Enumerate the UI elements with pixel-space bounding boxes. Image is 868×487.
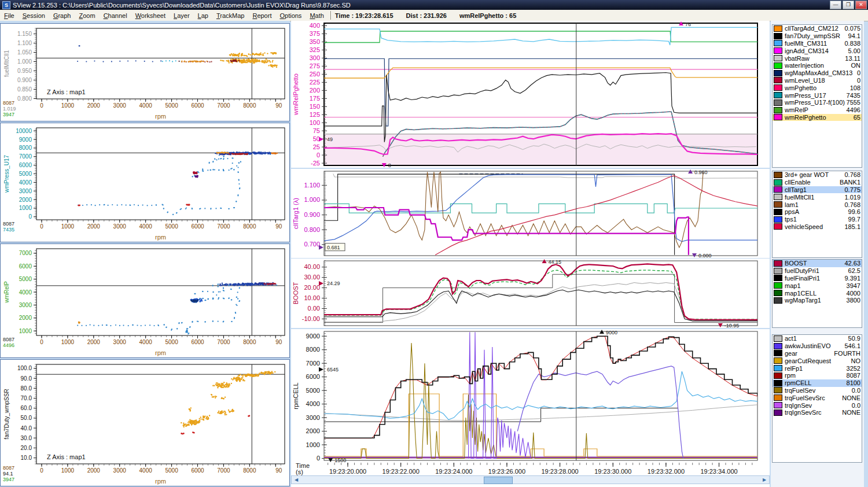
channel-list-column: cllTargAdd_CM2120.075fan7Duty_wmpSSR94.1… <box>771 21 864 487</box>
scatter-panel-wmPress_U17[interactable]: 01000200030004000500060007000800090rpm01… <box>0 123 290 242</box>
menu-options[interactable]: Options <box>275 11 306 20</box>
channel-panel-3: BOOST42.63fuelDutyPri162.5fuelFinalPri19… <box>772 259 862 328</box>
scatter-plot-wmPress_U17[interactable]: 01000200030004000500060007000800090rpm01… <box>1 123 289 242</box>
channel-row-waterInjection[interactable]: waterInjectionON <box>773 62 862 69</box>
cursor-corner-value: 7435 <box>3 227 14 233</box>
channel-row-vehicleSpeed[interactable]: vehicleSpeed185.1 <box>773 223 862 231</box>
channel-row-wmPress_U17[interactable]: wmPress_U177435 <box>773 91 862 99</box>
channel-name: fuelMlt_CM311 <box>785 40 844 47</box>
channel-name: relFp1 <box>785 365 847 372</box>
channel-row-fuelDutyPri1[interactable]: fuelDutyPri162.5 <box>773 267 862 275</box>
y-tick-label: 2000 <box>19 197 32 203</box>
channel-row-relFp1[interactable]: relFp13252 <box>773 364 862 372</box>
channel-row-act1[interactable]: act150.9 <box>773 335 862 342</box>
channel-value: 1.019 <box>844 194 860 201</box>
series-fuelMlt_CM311 <box>324 27 757 45</box>
channel-row-trqIgnSevSrc[interactable]: trqIgnSevSrcNONE <box>773 409 862 416</box>
channel-row-fan7Duty_wmpSSR[interactable]: fan7Duty_wmpSSR94.1 <box>773 32 862 40</box>
menu-math[interactable]: Math <box>306 11 328 20</box>
scatter-panel-fuelMltCll1[interactable]: 01000200030004000500060007000800090rpm0.… <box>0 23 290 121</box>
minimize-button[interactable]: — <box>830 1 841 9</box>
channel-name: rpm <box>785 372 847 379</box>
channel-row-lam1[interactable]: lam10.768 <box>773 201 862 208</box>
channel-row-cllEnable[interactable]: cllEnableBANK1 <box>773 179 862 186</box>
title-bar[interactable]: S SView 2.15.253 : C:\Users\Public\Docum… <box>0 0 868 10</box>
scatter-panel-wmRelP[interactable]: 01000200030004000500060007000800090rpm10… <box>0 244 290 358</box>
horizontal-scrollbar[interactable]: ◀ ▶ <box>291 475 770 484</box>
channel-row-cllTargAdd_CM212[interactable]: cllTargAdd_CM2120.075 <box>773 25 862 32</box>
x-tick-label: 8000 <box>243 467 256 474</box>
scatter-plot-fan7Duty_wmpSSR[interactable]: 01000200030004000500060007000800090rpm10… <box>1 360 289 486</box>
scroll-left-arrow[interactable]: ◀ <box>292 477 300 483</box>
menu-graph[interactable]: Graph <box>49 11 75 20</box>
menu-zoom[interactable]: Zoom <box>75 11 99 20</box>
channel-row-fuelFinalPri1[interactable]: fuelFinalPri19.391 <box>773 275 862 282</box>
channel-row-fuelMlt_CM311[interactable]: fuelMlt_CM3110.838 <box>773 40 862 47</box>
channel-row-trqFuelSev[interactable]: trqFuelSev0.0 <box>773 387 862 394</box>
channel-row-map1CELL[interactable]: map1CELL4000 <box>773 289 862 297</box>
channel-row-ppsA[interactable]: ppsA99.6 <box>773 208 862 216</box>
channel-row-tps1[interactable]: tps199.7 <box>773 216 862 223</box>
menu-lap[interactable]: Lap <box>194 11 212 20</box>
channel-row-cllTarg1[interactable]: cllTarg10.775 <box>773 186 862 194</box>
channel-row-vbatRaw[interactable]: vbatRaw13.11 <box>773 54 862 62</box>
x-tick-label: 2000 <box>87 467 101 474</box>
menu-file[interactable]: File <box>0 11 19 20</box>
channel-row-wmPress_U17-f(100)[interactable]: wmPress_U17-f(100)7555 <box>773 99 862 106</box>
time-chart-wmRelPghetto[interactable]: -250255075100125150175200225250275300325… <box>291 21 770 168</box>
menu-report[interactable]: Report <box>248 11 275 20</box>
channel-name: trqFuelSevSrc <box>785 394 842 401</box>
channel-row-rpm[interactable]: rpm8087 <box>773 372 862 379</box>
scatter-panel-fan7Duty_wmpSSR[interactable]: 01000200030004000500060007000800090rpm10… <box>0 359 290 486</box>
channel-row-gearCutRequest[interactable]: gearCutRequestNO <box>773 357 862 364</box>
channel-row-map1[interactable]: map13947 <box>773 282 862 289</box>
y-tick-label: 7000 <box>19 250 32 256</box>
channel-row-wmRelP[interactable]: wmRelP4496 <box>773 106 862 114</box>
channel-row-awkwJustinEVO[interactable]: awkwJustinEVO546.1 <box>773 342 862 350</box>
y-axis-label: fan7Duty_wmpSSR <box>3 389 10 439</box>
channel-value: 0.838 <box>844 40 860 47</box>
y-tick-label: 4000 <box>19 289 32 296</box>
channel-row-fuelMltCll1[interactable]: fuelMltCll11.019 <box>773 193 862 201</box>
channel-name: wgMapMaxAdd_CM313 <box>785 69 857 76</box>
channel-row-rpmCELL[interactable]: rpmCELL8100 <box>773 379 862 387</box>
channel-row-wgMapTarg1[interactable]: wgMapTarg13800 <box>773 297 862 304</box>
x-tick-label: 5000 <box>165 102 178 109</box>
x-tick-label: 5000 <box>165 223 178 230</box>
channel-row-ignAdd_CM314[interactable]: ignAdd_CM3145.00 <box>773 47 862 54</box>
channel-row-wgMapMaxAdd_CM313[interactable]: wgMapMaxAdd_CM3130 <box>773 69 862 77</box>
menu-channel[interactable]: Channel <box>100 11 131 20</box>
channel-name: tps1 <box>785 216 848 223</box>
channel-row-trqFuelSevSrc[interactable]: trqFuelSevSrcNONE <box>773 394 862 401</box>
channel-value: 99.6 <box>848 208 860 215</box>
y-tick-label: 0.700 <box>304 241 320 248</box>
channel-row-BOOST[interactable]: BOOST42.63 <box>773 260 862 267</box>
scatter-plot-fuelMltCll1[interactable]: 01000200030004000500060007000800090rpm0.… <box>1 24 289 121</box>
scrollbar-thumb[interactable] <box>484 477 513 484</box>
channel-name: 3rd+ gear WOT <box>785 171 844 178</box>
channel-row-3rd+ gear WOT[interactable]: 3rd+ gear WOT0.768 <box>773 171 862 179</box>
close-button[interactable]: ✕ <box>855 1 867 9</box>
channel-row-wmPghetto[interactable]: wmPghetto108 <box>773 84 862 91</box>
channel-row-wmRelPghetto[interactable]: wmRelPghetto65 <box>773 114 862 121</box>
menu-trackmap[interactable]: TrackMap <box>212 11 249 20</box>
channel-row-wmLevel_U18[interactable]: wmLevel_U180 <box>773 77 862 84</box>
time-chart-cllTarg1[interactable]: 0.7000.8000.9001.0001.100cllTarg1 (λ)0.9… <box>291 169 770 258</box>
channel-color-swatch <box>774 335 782 342</box>
channel-name: fuelFinalPri1 <box>785 275 844 282</box>
edge-value-marker-icon <box>319 137 323 142</box>
channel-row-trqIgnSev[interactable]: trqIgnSev0.0 <box>773 401 862 409</box>
y-tick-label: 9000 <box>19 136 32 143</box>
channel-row-gear[interactable]: gearFOURTH <box>773 350 862 357</box>
scatter-plot-wmRelP[interactable]: 01000200030004000500060007000800090rpm10… <box>1 244 289 357</box>
menu-layer[interactable]: Layer <box>170 11 194 20</box>
maximize-button[interactable]: ❐ <box>843 1 854 9</box>
cursor-corner-value: 8087 <box>3 221 14 227</box>
time-chart-rpmCELL[interactable]: 0100020003000400050006000700080009000rpm… <box>291 329 770 463</box>
y-tick-label: 50.0 <box>21 415 32 421</box>
menu-worksheet[interactable]: Worksheet <box>131 11 170 20</box>
series-fuelFinalPri1 <box>324 290 757 321</box>
scroll-right-arrow[interactable]: ▶ <box>760 477 768 483</box>
menu-session[interactable]: Session <box>19 11 49 20</box>
time-chart-BOOST[interactable]: -10.000.0010.0020.0030.0040.00BOOST44.15… <box>291 259 770 328</box>
